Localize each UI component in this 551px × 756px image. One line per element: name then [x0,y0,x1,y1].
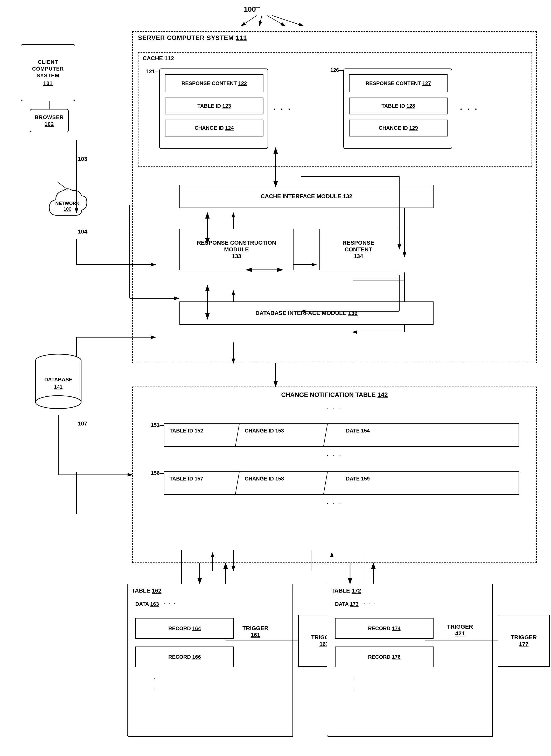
data-173-label: DATA 173 [335,601,359,607]
response-construction-box: RESPONSE CONSTRUCTIONMODULE 133 [179,229,294,270]
cache-entry-2-box: RESPONSE CONTENT 127 TABLE ID 128 CHANGE… [343,68,452,149]
cnt-dots-top: · · · [327,405,343,412]
sep4 [323,472,328,495]
record-176-box: RECORD 176 [335,647,434,667]
svg-text:141: 141 [54,384,62,390]
svg-line-6 [272,16,304,26]
ref-126: 126— [330,67,344,73]
trigger-177-box: TRIGGER177 [498,615,550,667]
cache-entry-1-box: RESPONSE CONTENT 122 TABLE ID 123 CHANGE… [159,68,268,149]
cnt-row1-change-id: CHANGE ID 153 [245,428,284,434]
response-content-122-label: RESPONSE CONTENT 122 [181,80,247,86]
cache-label: CACHE 112 [143,55,174,62]
table-162-box: TABLE 162 DATA 163 · · · RECORD 164 RECO… [127,584,293,737]
svg-text:DATABASE: DATABASE [44,377,72,382]
change-id-129-box: CHANGE ID 129 [349,119,448,136]
svg-text:106: 106 [63,207,71,212]
response-content-127-label: RESPONSE CONTENT 127 [366,80,431,86]
ref-100-line: — [254,4,260,11]
svg-line-5 [267,16,285,26]
record-164-label: RECORD 164 [168,626,201,632]
cache-interface-module-box: CACHE INTERFACE MODULE 132 [179,185,434,208]
table-id-128-box: TABLE ID 128 [349,97,448,114]
record-166-label: RECORD 166 [168,654,201,660]
client-label: CLIENT COMPUTER SYSTEM 101 [21,59,75,87]
trigger-177-label: TRIGGER177 [511,634,537,648]
database-interface-label: DATABASE INTERFACE MODULE 136 [255,310,358,317]
svg-line-3 [241,16,257,26]
cache-dots-1: · · · [273,105,292,114]
ref-156: 156— [151,470,165,476]
t172-dots-1: · [353,675,356,682]
cnt-dots-mid: · · · [327,452,343,459]
cnt-row2-table-id: TABLE ID 157 [169,476,203,482]
cnt-row1-box: TABLE ID 152 CHANGE ID 153 DATE 154 [164,423,519,447]
cnt-row2-change-id: CHANGE ID 158 [245,476,284,482]
response-construction-label: RESPONSE CONSTRUCTIONMODULE 133 [197,240,276,260]
sep3 [235,472,239,495]
response-content-127-box: RESPONSE CONTENT 127 [349,74,448,92]
cache-box: CACHE 112 121— RESPONSE CONTENT 122 TABL… [138,52,532,166]
change-notification-table-label: CHANGE NOTIFICATION TABLE 142 [281,391,388,398]
t162-dots-data: · · · [164,600,176,606]
server-computer-system-box: SERVER COMPUTER SYSTEM 111 CACHE 112 121… [132,31,537,363]
data-163-label: DATA 163 [135,601,159,607]
network-cloud: NETWORK 106 [41,181,93,226]
table-162-label: TABLE 162 [132,588,161,594]
cache-interface-label: CACHE INTERFACE MODULE 132 [260,193,352,200]
t162-dots-2: · [153,685,157,692]
trigger-421-label: TRIGGER421 [447,624,473,637]
ref-121: 121— [146,68,160,74]
database-shape: DATABASE 141 [34,353,83,415]
svg-text:NETWORK: NETWORK [55,201,80,206]
record-166-box: RECORD 166 [135,647,234,667]
server-label: SERVER COMPUTER SYSTEM 111 [138,34,247,41]
ref-104: 104 [78,228,87,235]
change-id-129-label: CHANGE ID 129 [379,125,418,131]
cnt-row2-date: DATE 159 [346,476,370,482]
t172-dots-2: · [353,685,356,692]
svg-line-4 [259,16,262,26]
cnt-dots-bot: · · · [327,500,343,507]
cnt-row2-box: TABLE ID 157 CHANGE ID 158 DATE 159 [164,471,519,495]
database-interface-module-box: DATABASE INTERFACE MODULE 136 [179,302,434,325]
table-172-box: TABLE 172 DATA 173 · · · RECORD 174 RECO… [327,584,493,737]
cnt-row1-table-id: TABLE ID 152 [169,428,203,434]
svg-point-39 [36,396,81,409]
cache-dots-2: · · · [460,105,479,114]
cnt-row1-date: DATE 154 [346,428,370,434]
browser-box: BROWSER 102 [30,109,69,132]
table-id-128-label: TABLE ID 128 [382,103,415,109]
change-id-124-box: CHANGE ID 124 [165,119,263,136]
ref-107: 107 [78,420,87,427]
response-content-122-box: RESPONSE CONTENT 122 [165,74,263,92]
table-id-123-box: TABLE ID 123 [165,97,263,114]
trigger-161-label: TRIGGER161 [242,625,268,639]
ref-103: 103 [78,156,87,162]
record-164-box: RECORD 164 [135,618,234,639]
record-174-box: RECORD 174 [335,618,434,639]
change-id-124-label: CHANGE ID 124 [194,125,233,131]
response-content-134-label: RESPONSECONTENT 134 [343,240,374,260]
t162-dots-1: · [153,675,157,682]
change-notification-table-box: CHANGE NOTIFICATION TABLE 142 · · · 151—… [132,387,537,563]
t172-dots-data: · · · [364,600,376,606]
client-computer-system-box: CLIENT COMPUTER SYSTEM 101 [21,44,75,101]
ref-151: 151— [151,422,165,428]
sep1 [235,424,239,447]
response-content-134-box: RESPONSECONTENT 134 [320,229,397,270]
table-id-123-label: TABLE ID 123 [197,103,231,109]
sep2 [323,424,328,447]
browser-label: BROWSER 102 [35,114,63,127]
table-172-label: TABLE 172 [332,588,361,594]
record-174-label: RECORD 174 [368,626,401,632]
record-176-label: RECORD 176 [368,654,401,660]
